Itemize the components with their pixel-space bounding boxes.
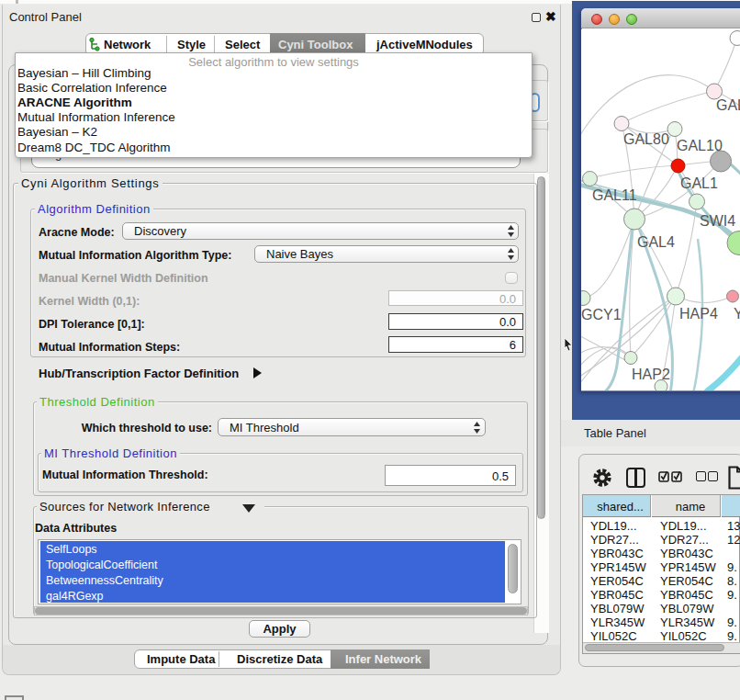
svg-text:GCY1: GCY1 [581, 307, 622, 322]
svg-text:GAL11: GAL11 [592, 187, 637, 203]
svg-text:HAP2: HAP2 [632, 367, 670, 382]
svg-text:GAL1: GAL1 [680, 175, 718, 191]
svg-text:GAL4: GAL4 [637, 234, 675, 250]
svg-text:SWI4: SWI4 [700, 213, 735, 229]
svg-text:Y: Y [734, 306, 740, 322]
svg-text:GAL10: GAL10 [677, 138, 723, 153]
svg-text:HAP4: HAP4 [679, 306, 718, 322]
svg-text:GAL7: GAL7 [716, 97, 740, 113]
svg-text:GAL80: GAL80 [623, 131, 669, 147]
